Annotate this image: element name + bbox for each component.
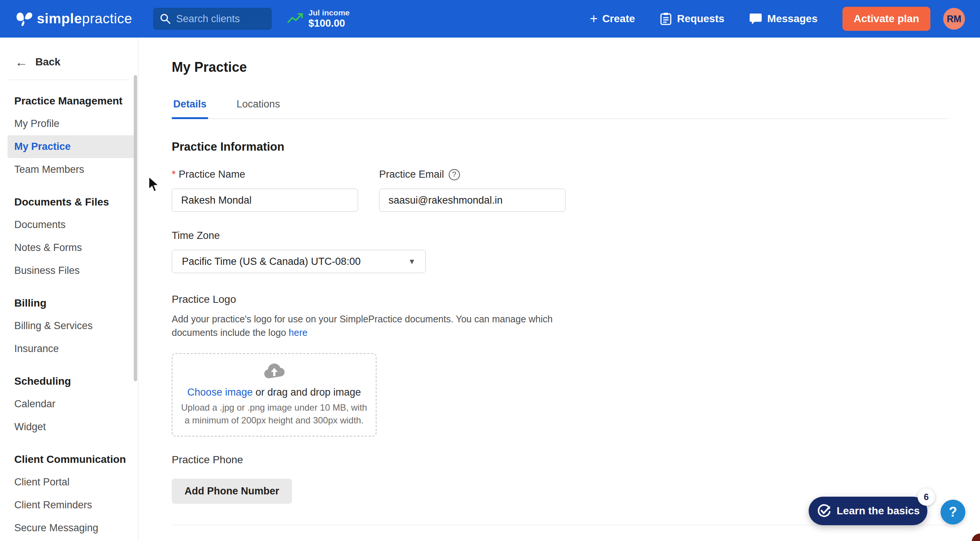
main-content: My Practice Details Locations Practice I… [138,38,980,541]
practice-name-input[interactable] [172,189,358,212]
section-heading: Billing [0,292,138,315]
settings-sidebar: ← Back Practice Management My Profile My… [0,38,138,541]
sidebar-item-my-profile[interactable]: My Profile [0,112,138,135]
manage-documents-link[interactable]: here [289,327,307,338]
butterfly-logo-icon [16,11,33,27]
sidebar-section-documents-files: Documents & Files Documents Notes & Form… [0,191,138,282]
sidebar-item-documents[interactable]: Documents [0,213,138,236]
requests-clipboard-icon [660,13,672,25]
practice-information-heading: Practice Information [172,140,948,154]
sidebar-item-insurance[interactable]: Insurance [0,337,138,360]
upload-instruction: Choose image or drag and drop image [187,387,361,398]
sidebar-item-team-members[interactable]: Team Members [0,158,138,181]
brand-wordmark: simplepractice [37,11,132,27]
income-amount: $100.00 [309,18,350,29]
create-button[interactable]: + Create [590,12,635,25]
timezone-label: Time Zone [172,230,948,242]
practice-email-label: Practice Email ? [379,169,566,180]
check-circle-icon [816,503,832,519]
name-email-row: * Practice Name Practice Email ? [172,169,948,212]
client-search[interactable] [153,8,272,30]
sidebar-item-calendar[interactable]: Calendar [0,393,138,415]
choose-image-link[interactable]: Choose image [187,387,253,398]
tab-details[interactable]: Details [172,99,208,118]
chevron-down-icon: ▼ [408,257,415,266]
cloud-upload-icon [262,363,287,380]
sidebar-scrollbar[interactable] [134,75,137,381]
app-window: simplepractice Jul income $100.00 + Crea… [0,0,980,541]
header-actions: + Create Requests [590,7,965,31]
upload-requirements: Upload a .jpg or .png image under 10 MB,… [181,401,367,426]
sidebar-item-notes-forms[interactable]: Notes & Forms [0,236,138,259]
sidebar-item-secure-messaging[interactable]: Secure Messaging [0,517,138,539]
messages-button[interactable]: Messages [749,13,818,25]
learn-the-basics-label: Learn the basics [837,505,920,517]
create-label: Create [602,13,635,25]
sidebar-item-client-portal[interactable]: Client Portal [0,471,138,494]
sidebar-item-widget[interactable]: Widget [0,415,138,438]
tab-bar: Details Locations [172,99,948,119]
income-texts: Jul income $100.00 [309,8,350,29]
activate-plan-button[interactable]: Activate plan [842,7,931,31]
search-input[interactable] [176,13,259,25]
back-label: Back [35,56,60,68]
messages-bubble-icon [749,13,762,25]
income-period-label: Jul income [309,8,350,17]
logo-upload-dropzone[interactable]: Choose image or drag and drop image Uplo… [172,353,377,436]
practice-phone-label: Practice Phone [172,454,948,466]
sidebar-section-billing: Billing Billing & Services Insurance [0,292,138,360]
sidebar-item-client-reminders[interactable]: Client Reminders [0,494,138,517]
section-heading: Scheduling [0,370,138,393]
income-summary[interactable]: Jul income $100.00 [288,8,350,29]
sidebar-section-practice-management: Practice Management My Profile My Practi… [0,90,138,181]
sidebar-item-business-files[interactable]: Business Files [0,259,138,282]
practice-email-input[interactable] [379,189,566,212]
requests-label: Requests [677,13,724,25]
back-arrow-icon: ← [15,56,28,68]
required-asterisk: * [172,169,176,180]
practice-logo-label: Practice Logo [172,293,948,306]
help-button[interactable]: ? [940,500,965,525]
learn-basics-count-badge: 6 [918,488,935,506]
add-phone-number-button[interactable]: Add Phone Number [172,479,292,504]
practice-name-field-group: * Practice Name [172,169,358,212]
simplepractice-logo[interactable]: simplepractice [16,11,132,27]
back-button[interactable]: ← Back [0,38,138,80]
timezone-select[interactable]: Pacific Time (US & Canada) UTC-08:00 ▼ [172,250,426,273]
messages-label: Messages [767,13,818,25]
search-icon [160,13,171,24]
sidebar-divider [9,80,129,80]
user-avatar[interactable]: RM [943,8,965,30]
section-heading: Client Communication [0,448,138,471]
sidebar-item-my-practice[interactable]: My Practice [8,135,135,158]
sidebar-section-scheduling: Scheduling Calendar Widget [0,370,138,438]
plus-icon: + [590,12,598,25]
section-heading: Practice Management [0,90,138,112]
practice-logo-description: Add your practice's logo for use on your… [172,312,948,340]
tab-locations[interactable]: Locations [235,99,282,118]
sidebar-item-billing-services[interactable]: Billing & Services [0,315,138,337]
requests-button[interactable]: Requests [660,13,724,25]
income-chart-icon [288,13,303,25]
learn-the-basics-button[interactable]: Learn the basics [809,496,928,525]
email-help-icon[interactable]: ? [449,169,460,180]
timezone-value: Pacific Time (US & Canada) UTC-08:00 [182,256,361,267]
sidebar-section-client-communication: Client Communication Client Portal Clien… [0,448,138,539]
practice-email-field-group: Practice Email ? [379,169,566,212]
practice-name-label: * Practice Name [172,169,358,180]
section-heading: Documents & Files [0,191,138,213]
page-title: My Practice [172,59,948,75]
top-nav-bar: simplepractice Jul income $100.00 + Crea… [0,0,980,38]
